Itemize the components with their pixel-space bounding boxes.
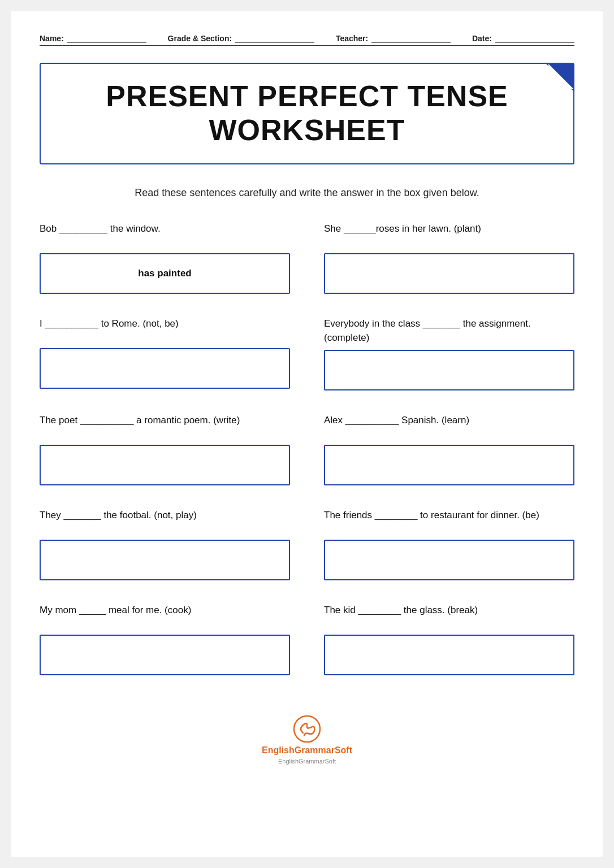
sentence-6: Alex __________ Spanish. (learn) (324, 413, 574, 440)
brand-logo-icon (293, 715, 321, 743)
name-field: Name: (40, 34, 146, 43)
svg-point-0 (294, 716, 320, 742)
sentence-5: The poet __________ a romantic poem. (wr… (40, 413, 290, 440)
answer-box-10[interactable] (324, 635, 574, 675)
teacher-underline (371, 42, 451, 43)
answer-box-5[interactable] (40, 445, 290, 485)
sentence-4: Everybody in the class _______ the assig… (324, 316, 574, 345)
exercises-grid: Bob _________ the window.has paintedShe … (40, 222, 574, 692)
exercise-block-9: My mom _____ meal for me. (cook) (40, 603, 290, 687)
sentence-2: She ______roses in her lawn. (plant) (324, 222, 574, 249)
sentence-9: My mom _____ meal for me. (cook) (40, 603, 290, 630)
grade-field: Grade & Section: (168, 34, 315, 43)
answer-box-9[interactable] (40, 635, 290, 675)
footer: EnglishGrammarSoft EnglishGrammarSoft (40, 715, 574, 765)
brand-sub: EnglishGrammarSoft (278, 758, 336, 765)
answer-box-6[interactable] (324, 445, 574, 485)
answer-box-7[interactable] (40, 540, 290, 580)
sentence-3: I __________ to Rome. (not, be) (40, 316, 290, 344)
instructions-text: Read these sentences carefully and write… (40, 187, 574, 199)
title-box: PRESENT PERFECT TENSE WORKSHEET (40, 63, 574, 164)
name-underline (67, 42, 146, 43)
answer-box-2[interactable] (324, 253, 574, 294)
date-label: Date: (472, 34, 492, 43)
date-underline (495, 42, 574, 43)
teacher-label: Teacher: (336, 34, 368, 43)
exercise-block-8: The friends ________ to restaurant for d… (324, 508, 574, 592)
teacher-field: Teacher: (336, 34, 451, 43)
exercise-block-10: The kid ________ the glass. (break) (324, 603, 574, 687)
worksheet-page: Name: Grade & Section: Teacher: Date: PR… (11, 11, 603, 857)
sentence-7: They _______ the footbal. (not, play) (40, 508, 290, 535)
exercise-block-2: She ______roses in her lawn. (plant) (324, 222, 574, 305)
date-field: Date: (472, 34, 574, 43)
exercise-block-3: I __________ to Rome. (not, be) (40, 316, 290, 402)
sentence-1: Bob _________ the window. (40, 222, 290, 249)
answer-box-3[interactable] (40, 348, 290, 389)
exercise-block-1: Bob _________ the window.has painted (40, 222, 290, 305)
grade-label: Grade & Section: (168, 34, 232, 43)
title-line2: WORKSHEET (209, 114, 405, 146)
corner-fold-inner-decoration (548, 64, 573, 89)
header-row: Name: Grade & Section: Teacher: Date: (40, 34, 574, 46)
title-line1: PRESENT PERFECT TENSE (106, 80, 508, 112)
sentence-10: The kid ________ the glass. (break) (324, 603, 574, 630)
answer-box-4[interactable] (324, 350, 574, 390)
answer-box-1[interactable]: has painted (40, 253, 290, 294)
exercise-block-4: Everybody in the class _______ the assig… (324, 316, 574, 402)
name-label: Name: (40, 34, 64, 43)
worksheet-title: PRESENT PERFECT TENSE WORKSHEET (63, 80, 551, 147)
exercise-block-5: The poet __________ a romantic poem. (wr… (40, 413, 290, 497)
exercise-block-6: Alex __________ Spanish. (learn) (324, 413, 574, 497)
brand-name: EnglishGrammarSoft (262, 745, 352, 756)
sentence-8: The friends ________ to restaurant for d… (324, 508, 574, 535)
answer-box-8[interactable] (324, 540, 574, 580)
grade-underline (235, 42, 314, 43)
exercise-block-7: They _______ the footbal. (not, play) (40, 508, 290, 592)
